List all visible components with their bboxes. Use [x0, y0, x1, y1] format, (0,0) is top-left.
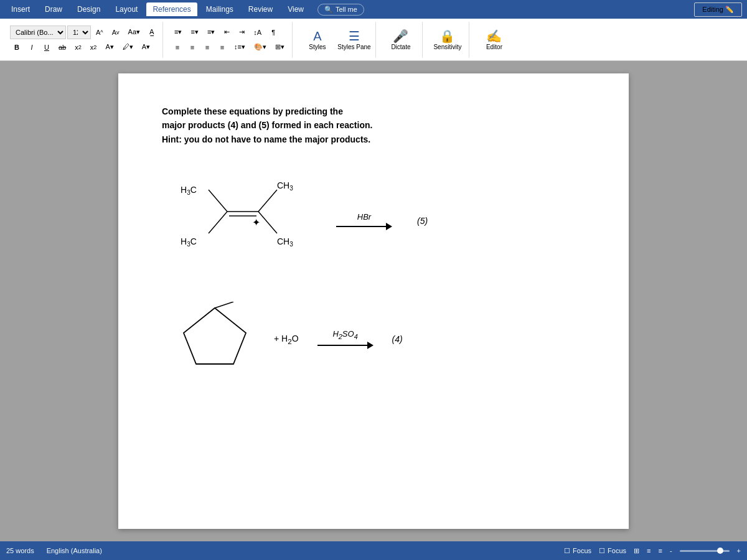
paragraph-group: ≡▾ ≡▾ ≡▾ ⇤ ⇥ ↕A ¶ ≡ ≡ ≡ ≡ ↕≡▾ 🎨▾ ⊞▾: [167, 22, 293, 58]
tab-review[interactable]: Review: [242, 2, 279, 16]
layout-icon: ⊞: [634, 547, 639, 555]
dictate-button[interactable]: 🎤 Dictate: [383, 22, 418, 57]
tab-mailings[interactable]: Mailings: [200, 2, 240, 16]
sensitivity-group: 🔒 Sensitivity: [426, 22, 469, 58]
font-shrink-button[interactable]: Av: [108, 26, 123, 39]
editor-group: ✍️ Editor: [473, 22, 515, 58]
styles-pane-label: Styles Pane: [337, 44, 370, 50]
product1-label: (5): [417, 216, 428, 226]
svg-text:H3C: H3C: [181, 236, 197, 248]
change-case-button[interactable]: Aa▾: [125, 26, 144, 39]
svg-text:H3C: H3C: [181, 185, 197, 196]
text-effect-button[interactable]: A▾: [138, 40, 154, 54]
svg-line-4: [258, 190, 277, 212]
sort-button[interactable]: ↕A: [250, 26, 265, 39]
font-grow-button[interactable]: A^: [92, 26, 107, 39]
reaction1: H3C CH3 H3C CH3: [174, 171, 428, 271]
styles-button[interactable]: A Styles: [300, 22, 335, 57]
dictate-label: Dictate: [391, 44, 410, 50]
clear-formatting-button[interactable]: A̲: [145, 26, 159, 39]
sensitivity-icon: 🔒: [439, 29, 455, 44]
svg-line-1: [209, 190, 227, 212]
highlight-button[interactable]: 🖊▾: [119, 40, 137, 54]
document-area: Complete these equations by predicting t…: [0, 61, 747, 541]
focus2-icon: ☐: [599, 547, 605, 555]
svg-line-6: [209, 212, 227, 233]
dictate-group: 🎤 Dictate: [380, 22, 423, 58]
show-paragraph-button[interactable]: ¶: [266, 26, 280, 39]
tab-references[interactable]: References: [146, 2, 197, 16]
justify-button[interactable]: ≡: [215, 40, 229, 54]
arrow-body-2: [317, 345, 367, 346]
tab-draw[interactable]: Draw: [39, 2, 68, 16]
font-family-select[interactable]: Calibri (Bo...: [10, 26, 66, 39]
arrow-body-1: [336, 226, 386, 227]
multilevel-list-button[interactable]: ≡▾: [204, 26, 218, 39]
align-center-button[interactable]: ≡: [186, 40, 199, 54]
shading-button[interactable]: 🎨▾: [250, 40, 270, 54]
tab-insert[interactable]: Insert: [5, 2, 36, 16]
font-name-row: Calibri (Bo... 12 A^ Av Aa▾ A̲: [10, 26, 159, 39]
bullet-list-button[interactable]: ≡▾: [171, 26, 186, 39]
align-right-button[interactable]: ≡: [200, 40, 214, 54]
focus2-label: Focus: [608, 547, 626, 554]
reagent1-label: HBr: [357, 212, 371, 222]
instructions-text: Complete these equations by predicting t…: [162, 105, 585, 146]
increase-indent-button[interactable]: ⇥: [235, 26, 248, 39]
align-left-button[interactable]: ≡: [171, 40, 184, 54]
reaction1-arrow: HBr: [336, 212, 392, 230]
editor-button[interactable]: ✍️ Editor: [477, 22, 512, 57]
tab-layout[interactable]: Layout: [109, 2, 144, 16]
styles-label: Styles: [309, 44, 326, 50]
bold-button[interactable]: B: [10, 40, 24, 54]
strikethrough-button[interactable]: ab: [55, 40, 70, 54]
align-row: ≡ ≡ ≡ ≡ ↕≡▾ 🎨▾ ⊞▾: [171, 40, 288, 54]
focus-icon: ☐: [564, 547, 570, 555]
zoom-thumb: [717, 548, 723, 554]
editing-button[interactable]: Editing ✏️: [694, 2, 742, 17]
zoom-slider[interactable]: [680, 550, 730, 552]
decrease-indent-button[interactable]: ⇤: [220, 26, 233, 39]
ribbon-right-actions: Share Editing ✏️: [655, 2, 742, 17]
font-group: Calibri (Bo... 12 A^ Av Aa▾ A̲ B I U ab …: [6, 22, 163, 58]
status-bar: 25 words English (Australia) ☐ Focus ☐ F…: [0, 541, 747, 560]
product2-label: (4): [392, 334, 403, 344]
focus-button[interactable]: ☐ Focus: [564, 547, 591, 555]
view-icon1: ≡: [647, 547, 651, 554]
font-color-button[interactable]: A▾: [101, 40, 117, 54]
underline-button[interactable]: U: [40, 40, 54, 54]
language-label[interactable]: English (Australia): [47, 547, 102, 554]
word-count: 25 words: [6, 547, 34, 554]
list-row: ≡▾ ≡▾ ≡▾ ⇤ ⇥ ↕A ¶: [171, 26, 288, 39]
numbered-list-button[interactable]: ≡▾: [187, 26, 202, 39]
svg-line-8: [258, 212, 277, 233]
font-size-select[interactable]: 12: [67, 26, 91, 39]
svg-text:CH3: CH3: [277, 236, 293, 248]
tab-design[interactable]: Design: [71, 2, 106, 16]
zoom-in-icon[interactable]: +: [737, 547, 741, 554]
separator: -: [670, 547, 672, 554]
arrow-head-2: [367, 342, 374, 349]
search-icon: 🔍: [324, 6, 333, 14]
tell-me-box[interactable]: 🔍 Tell me: [317, 4, 364, 16]
styles-pane-button[interactable]: ☰ Styles Pane: [337, 22, 372, 57]
ribbon-toolbar: Calibri (Bo... 12 A^ Av Aa▾ A̲ B I U ab …: [0, 19, 747, 61]
borders-button[interactable]: ⊞▾: [271, 40, 288, 54]
line-spacing-button[interactable]: ↕≡▾: [230, 40, 249, 54]
tab-view[interactable]: View: [281, 2, 310, 16]
reaction2: + H2O H2SO4 (4): [174, 302, 403, 376]
tell-me-label: Tell me: [336, 6, 357, 13]
focus2-button[interactable]: ☐ Focus: [599, 547, 626, 555]
status-right: ☐ Focus ☐ Focus ⊞ ≡ ≡ - +: [564, 547, 741, 555]
italic-button[interactable]: I: [25, 40, 39, 54]
styles-icon: A: [313, 29, 321, 44]
reagent2-stack: + H2O: [274, 334, 299, 345]
sensitivity-button[interactable]: 🔒 Sensitivity: [430, 22, 465, 57]
share-button[interactable]: Share: [655, 2, 689, 16]
svg-text:✦: ✦: [252, 217, 260, 228]
subscript-button[interactable]: x2: [71, 40, 85, 54]
cyclopentane-molecule-svg: [174, 302, 255, 376]
editor-label: Editor: [486, 44, 502, 50]
font-format-group: Calibri (Bo... 12 A^ Av Aa▾ A̲ B I U ab …: [10, 26, 159, 54]
superscript-button[interactable]: x2: [87, 40, 101, 54]
